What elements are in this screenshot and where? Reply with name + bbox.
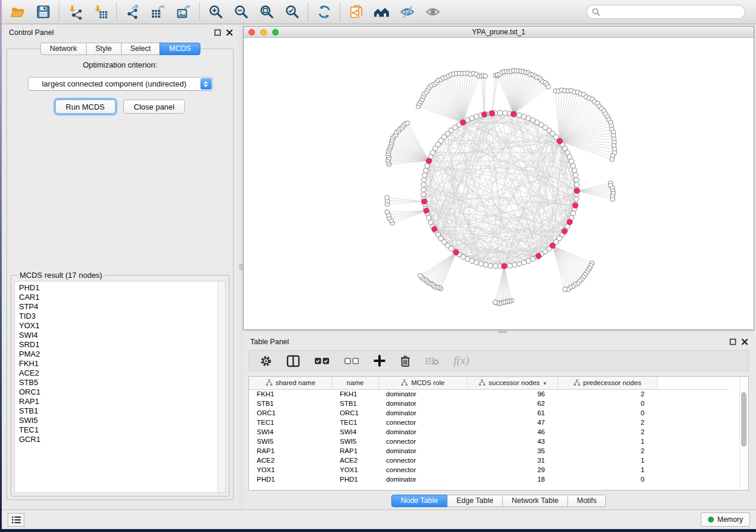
function-builder-icon[interactable]: f(x) [454, 354, 469, 367]
cell[interactable]: 61 [467, 408, 557, 418]
node-table[interactable]: shared namenameMCDS rolesuccessor nodes▾… [249, 377, 729, 484]
mcds-result-item[interactable]: CAR1 [19, 293, 225, 302]
float-panel-icon[interactable] [214, 29, 221, 36]
network-canvas[interactable] [244, 38, 754, 329]
zoom-fit-icon[interactable] [259, 4, 275, 20]
table-row[interactable]: ACE2ACE2connector311 [249, 456, 729, 465]
export-network-icon[interactable] [125, 4, 141, 20]
cell[interactable]: 47 [467, 418, 557, 427]
cell[interactable]: YOX1 [332, 465, 378, 475]
column-header-name[interactable]: name [332, 377, 378, 389]
table-row[interactable]: FKH1FKH1dominator962 [249, 389, 729, 399]
show-panel-list-button[interactable] [8, 513, 24, 527]
mcds-result-item[interactable]: STB5 [19, 378, 225, 387]
clone-network-icon[interactable] [348, 4, 364, 20]
cell[interactable]: ORC1 [249, 408, 332, 418]
home-sessions-icon[interactable] [374, 4, 390, 20]
cell[interactable]: YOX1 [249, 465, 332, 475]
cell[interactable]: 0 [557, 475, 657, 484]
tab-select[interactable]: Select [121, 43, 161, 55]
mcds-result-item[interactable]: STB1 [19, 406, 225, 416]
search-field[interactable] [586, 5, 745, 19]
open-file-icon[interactable] [9, 4, 25, 20]
cell[interactable]: dominator [378, 399, 467, 408]
table-row[interactable]: STB1STB1dominator620 [249, 399, 729, 408]
tab-network[interactable]: Network [40, 43, 87, 55]
close-panel-icon[interactable] [226, 29, 233, 36]
maximize-window-icon[interactable] [272, 29, 279, 36]
cell[interactable]: 0 [557, 408, 657, 418]
table-row[interactable]: SWI4SWI4dominator462 [249, 427, 729, 437]
zoom-selected-icon[interactable] [284, 4, 300, 20]
table-row[interactable]: PHD1PHD1dominator180 [249, 475, 729, 484]
cell[interactable]: RAP1 [332, 446, 378, 456]
cell[interactable]: 18 [467, 475, 557, 484]
delete-table-icon[interactable] [425, 356, 439, 366]
cell[interactable]: PHD1 [249, 475, 332, 484]
mcds-result-list[interactable]: PHD1CAR1STP4TID3YOX1SWI4SRD1PMA2FKH1ACE2… [14, 281, 226, 493]
delete-column-icon[interactable] [400, 355, 411, 367]
show-graphics-icon[interactable] [425, 4, 441, 20]
tab-style[interactable]: Style [86, 43, 122, 55]
splitter-handle[interactable] [499, 331, 507, 333]
cell[interactable]: dominator [378, 408, 467, 418]
table-row[interactable]: SWI5SWI5connector431 [249, 437, 729, 446]
cell[interactable]: connector [378, 456, 467, 465]
export-table-icon[interactable] [150, 4, 166, 20]
column-header-successor-nodes[interactable]: successor nodes▾ [467, 377, 557, 389]
mcds-result-item[interactable]: TID3 [19, 312, 225, 321]
import-table-icon[interactable] [92, 4, 109, 20]
close-window-icon[interactable] [248, 29, 255, 36]
mcds-result-item[interactable]: ACE2 [19, 368, 225, 378]
cell[interactable]: SWI4 [249, 427, 332, 437]
cell[interactable]: PHD1 [332, 475, 378, 484]
optimization-criterion-select[interactable]: largest connected component (undirected) [28, 77, 213, 91]
memory-button[interactable]: Memory [701, 512, 750, 527]
float-panel-icon[interactable] [729, 338, 736, 345]
cell[interactable]: 2 [557, 389, 657, 399]
select-all-icon[interactable] [314, 357, 330, 365]
cell[interactable]: 43 [467, 437, 557, 446]
cell[interactable]: connector [378, 465, 467, 475]
mcds-result-item[interactable]: RAP1 [19, 397, 225, 406]
add-column-icon[interactable] [374, 355, 385, 367]
tab-mcds[interactable]: MCDS [160, 43, 200, 55]
cell[interactable]: FKH1 [249, 389, 332, 399]
run-mcds-button[interactable]: Run MCDS [55, 100, 116, 114]
show-columns-icon[interactable] [286, 355, 300, 367]
zoom-in-icon[interactable] [208, 4, 224, 20]
cell[interactable]: SWI4 [332, 427, 378, 437]
cell[interactable]: ORC1 [332, 408, 378, 418]
tab-motifs[interactable]: Motifs [567, 495, 606, 507]
cell[interactable]: 96 [467, 389, 557, 399]
cell[interactable]: 31 [467, 456, 557, 465]
import-network-icon[interactable] [67, 4, 83, 20]
mcds-result-item[interactable]: FKH1 [19, 359, 225, 368]
refresh-layout-icon[interactable] [316, 4, 332, 20]
mcds-result-item[interactable]: PMA2 [19, 350, 225, 359]
cell[interactable]: STB1 [332, 399, 378, 408]
cell[interactable]: RAP1 [249, 446, 332, 456]
export-image-icon[interactable] [176, 4, 192, 20]
cell[interactable]: 62 [467, 399, 557, 408]
cell[interactable]: dominator [378, 389, 467, 399]
cell[interactable]: 1 [557, 456, 657, 465]
scrollbar-thumb[interactable] [741, 392, 747, 447]
minimize-window-icon[interactable] [260, 29, 267, 36]
cell[interactable]: SWI5 [249, 437, 332, 446]
cell[interactable]: 35 [467, 446, 557, 456]
cell[interactable]: connector [378, 437, 467, 446]
cell[interactable]: ACE2 [332, 456, 378, 465]
table-scrollbar[interactable] [739, 377, 748, 490]
mcds-result-item[interactable]: PHD1 [19, 283, 225, 293]
cell[interactable]: dominator [378, 427, 467, 437]
cell[interactable]: 2 [557, 446, 657, 456]
close-panel-icon[interactable] [741, 338, 748, 345]
cell[interactable]: STB1 [249, 399, 332, 408]
cell[interactable]: connector [378, 418, 467, 427]
network-window-titlebar[interactable]: YPA_prune.txt_1 [244, 27, 754, 38]
cell[interactable]: TEC1 [332, 418, 378, 427]
mcds-result-item[interactable]: STP4 [19, 302, 225, 312]
cell[interactable]: TEC1 [249, 418, 332, 427]
cell[interactable]: dominator [378, 475, 467, 484]
